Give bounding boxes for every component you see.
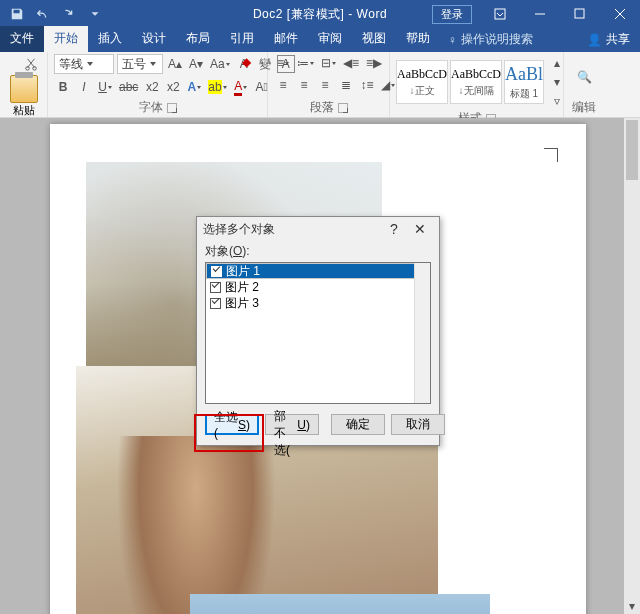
style3-sample: AaBl [505, 64, 543, 85]
tab-layout[interactable]: 布局 [176, 26, 220, 52]
ribbon: 粘贴 剪贴板 等线 五号 A▴ A▾ Aa A◆ 變 A B I [0, 52, 640, 118]
objects-listbox[interactable]: 图片 1 图片 2 图片 3 [205, 262, 431, 404]
share-icon: 👤 [587, 33, 602, 47]
multilevel-icon[interactable]: ⊟ [319, 54, 338, 72]
highlight-icon[interactable]: ab [206, 78, 228, 96]
vertical-scrollbar[interactable]: ▴ ▾ [624, 118, 640, 614]
login-button[interactable]: 登录 [432, 5, 472, 24]
align-left-icon[interactable]: ≡ [274, 76, 292, 94]
scroll-down-icon[interactable]: ▾ [624, 598, 640, 614]
tab-references[interactable]: 引用 [220, 26, 264, 52]
list-item-label: 图片 3 [225, 295, 259, 312]
font-family-select[interactable]: 等线 [54, 54, 114, 74]
paragraph-group-label: 段落 [310, 99, 334, 116]
ribbon-options-icon[interactable] [480, 0, 520, 28]
dialog-title: 选择多个对象 [203, 221, 275, 238]
italic-icon[interactable]: I [75, 78, 93, 96]
select-multiple-dialog: 选择多个对象 ? ✕ 对象(O): 图片 1 图片 2 图片 3 全选(S) 全… [196, 216, 440, 446]
tab-file[interactable]: 文件 [0, 26, 44, 52]
svg-rect-0 [495, 9, 505, 19]
paste-button[interactable]: 粘贴 [10, 75, 38, 118]
justify-icon[interactable]: ≣ [337, 76, 355, 94]
dialog-help-icon[interactable]: ? [381, 221, 407, 237]
select-none-button[interactable]: 全部不选(U) [265, 414, 319, 435]
close-icon[interactable] [600, 0, 640, 28]
dialog-titlebar[interactable]: 选择多个对象 ? ✕ [197, 217, 439, 241]
numbering-icon[interactable]: ≔ [295, 54, 316, 72]
font-size-select[interactable]: 五号 [117, 54, 163, 74]
cancel-button[interactable]: 取消 [391, 414, 445, 435]
lightbulb-icon: ♀ [448, 33, 457, 47]
editing-group-label: 编辑 [572, 99, 596, 116]
cut-icon[interactable] [21, 54, 41, 74]
clear-format-icon[interactable]: A◆ [235, 55, 253, 73]
tab-view[interactable]: 视图 [352, 26, 396, 52]
grow-font-icon[interactable]: A▴ [166, 55, 184, 73]
list-scrollbar[interactable] [414, 263, 430, 403]
maximize-icon[interactable] [560, 0, 600, 28]
list-item[interactable]: 图片 3 [206, 295, 430, 311]
checkbox-icon[interactable] [211, 266, 222, 277]
tell-me-label: 操作说明搜索 [461, 31, 533, 48]
tab-design[interactable]: 设计 [132, 26, 176, 52]
tab-review[interactable]: 审阅 [308, 26, 352, 52]
bullets-icon[interactable]: ≡ [274, 54, 292, 72]
dec-indent-icon[interactable]: ◀≡ [341, 54, 361, 72]
undo-icon[interactable] [30, 2, 56, 26]
style-normal[interactable]: AaBbCcD↓正文 [396, 60, 448, 104]
title-bar: Doc2 [兼容模式] - Word 登录 [0, 0, 640, 28]
font-size-value: 五号 [122, 56, 146, 73]
list-item[interactable]: 图片 1 [206, 263, 430, 279]
minimize-icon[interactable] [520, 0, 560, 28]
shrink-font-icon[interactable]: A▾ [187, 55, 205, 73]
style1-sample: AaBbCcD [397, 67, 447, 82]
inc-indent-icon[interactable]: ≡▶ [364, 54, 384, 72]
tab-insert[interactable]: 插入 [88, 26, 132, 52]
checkbox-icon[interactable] [210, 282, 221, 293]
align-center-icon[interactable]: ≡ [295, 76, 313, 94]
redo-icon[interactable] [56, 2, 82, 26]
style-nospacing[interactable]: AaBbCcD↓无间隔 [450, 60, 502, 104]
find-icon[interactable]: 🔍 [575, 68, 594, 86]
quick-access-toolbar [0, 2, 108, 26]
align-right-icon[interactable]: ≡ [316, 76, 334, 94]
underline-icon[interactable]: U [96, 78, 114, 96]
tab-mail[interactable]: 邮件 [264, 26, 308, 52]
style3-name: 标题 1 [510, 87, 538, 101]
tell-me[interactable]: ♀操作说明搜索 [440, 27, 541, 52]
style2-sample: AaBbCcD [451, 67, 501, 82]
share-button[interactable]: 👤共享 [577, 27, 640, 52]
list-item[interactable]: 图片 2 [206, 279, 430, 295]
qat-more-icon[interactable] [82, 2, 108, 26]
font-family-value: 等线 [59, 56, 83, 73]
bold-icon[interactable]: B [54, 78, 72, 96]
checkbox-icon[interactable] [210, 298, 221, 309]
dialog-close-icon[interactable]: ✕ [407, 221, 433, 237]
strike-icon[interactable]: abc [117, 78, 140, 96]
paragraph-launcher-icon[interactable] [338, 103, 348, 113]
clipboard-icon [10, 75, 38, 103]
font-color-icon[interactable]: A [232, 78, 250, 96]
margin-corner-icon [544, 148, 558, 162]
scroll-thumb[interactable] [626, 120, 638, 180]
list-item-label: 图片 2 [225, 279, 259, 296]
ok-button[interactable]: 确定 [331, 414, 385, 435]
picture-3[interactable] [190, 594, 490, 614]
text-effects-icon[interactable]: A [185, 78, 203, 96]
tab-help[interactable]: 帮助 [396, 26, 440, 52]
font-launcher-icon[interactable] [167, 103, 177, 113]
style-heading1[interactable]: AaBl标题 1 [504, 60, 544, 104]
font-group-label: 字体 [139, 99, 163, 116]
share-label: 共享 [606, 31, 630, 48]
paste-label: 粘贴 [13, 103, 35, 118]
select-all-button[interactable]: 全选(S) [205, 414, 259, 435]
superscript-icon[interactable]: x2 [164, 78, 182, 96]
style2-name: ↓无间隔 [459, 84, 494, 98]
change-case-icon[interactable]: Aa [208, 55, 232, 73]
subscript-icon[interactable]: x2 [143, 78, 161, 96]
line-spacing-icon[interactable]: ↕≡ [358, 76, 376, 94]
tab-home[interactable]: 开始 [44, 26, 88, 52]
save-icon[interactable] [4, 2, 30, 26]
svg-rect-1 [575, 9, 584, 18]
ribbon-tabs: 文件 开始 插入 设计 布局 引用 邮件 审阅 视图 帮助 ♀操作说明搜索 👤共… [0, 28, 640, 52]
